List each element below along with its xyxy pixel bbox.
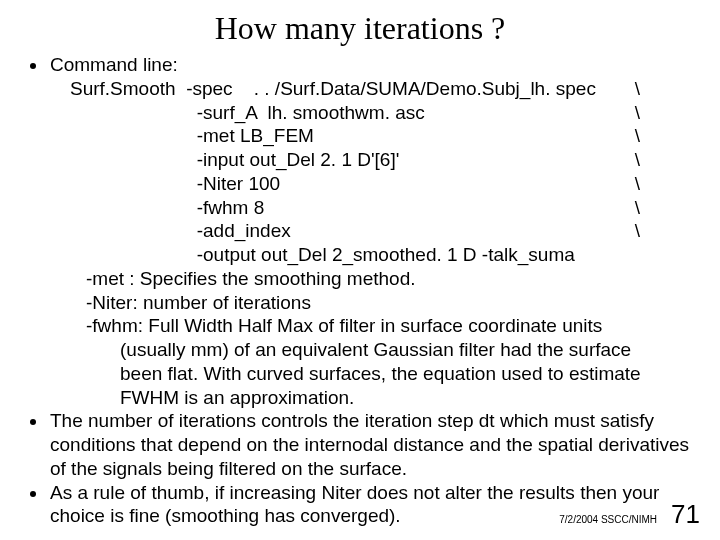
- bullet-iterations-dt: The number of iterations controls the it…: [30, 409, 690, 480]
- line-continuation: \: [635, 148, 690, 172]
- line-continuation: \: [635, 101, 690, 125]
- desc-met: -met : Specifies the smoothing method.: [50, 267, 690, 291]
- line-continuation: \: [635, 219, 690, 243]
- slide-footer: 7/2/2004 SSCC/NIMH 71: [559, 499, 700, 530]
- bullet-label: Command line:: [50, 53, 690, 77]
- line-continuation: \: [635, 124, 690, 148]
- slide-body: Command line: Surf.Smooth -spec . . /Sur…: [30, 53, 690, 528]
- cmd-line: -fwhm 8: [70, 196, 264, 220]
- bullet-command-line: Command line: Surf.Smooth -spec . . /Sur…: [30, 53, 690, 409]
- cmd-line: -output out_Del 2_smoothed. 1 D -talk_su…: [70, 243, 575, 267]
- footer-date: 7/2/2004 SSCC/NIMH: [559, 514, 657, 525]
- line-continuation: \: [635, 77, 690, 101]
- slide-title: How many iterations ?: [30, 10, 690, 47]
- cmd-line: -input out_Del 2. 1 D'[6]': [70, 148, 399, 172]
- line-continuation: \: [635, 172, 690, 196]
- cmd-line: -add_index: [70, 219, 291, 243]
- bullet-dot: [30, 419, 36, 425]
- bullet-text: The number of iterations controls the it…: [50, 409, 690, 480]
- desc-fwhm1: -fwhm: Full Width Half Max of filter in …: [50, 314, 690, 338]
- cmd-line: Surf.Smooth -spec . . /Surf.Data/SUMA/De…: [70, 77, 596, 101]
- page-number: 71: [671, 499, 700, 530]
- line-continuation: \: [635, 196, 690, 220]
- desc-fwhm3: been flat. With curved surfaces, the equ…: [50, 362, 690, 386]
- cmd-line: -surf_A lh. smoothwm. asc: [70, 101, 425, 125]
- cmd-line: -met LB_FEM: [70, 124, 314, 148]
- bullet-dot: [30, 63, 36, 69]
- desc-fwhm4: FWHM is an approximation.: [50, 386, 690, 410]
- desc-niter: -Niter: number of iterations: [50, 291, 690, 315]
- bullet-dot: [30, 491, 36, 497]
- command-block: Surf.Smooth -spec . . /Surf.Data/SUMA/De…: [70, 77, 690, 267]
- desc-fwhm2: (usually mm) of an equivalent Gaussian f…: [50, 338, 690, 362]
- cmd-line: -Niter 100: [70, 172, 280, 196]
